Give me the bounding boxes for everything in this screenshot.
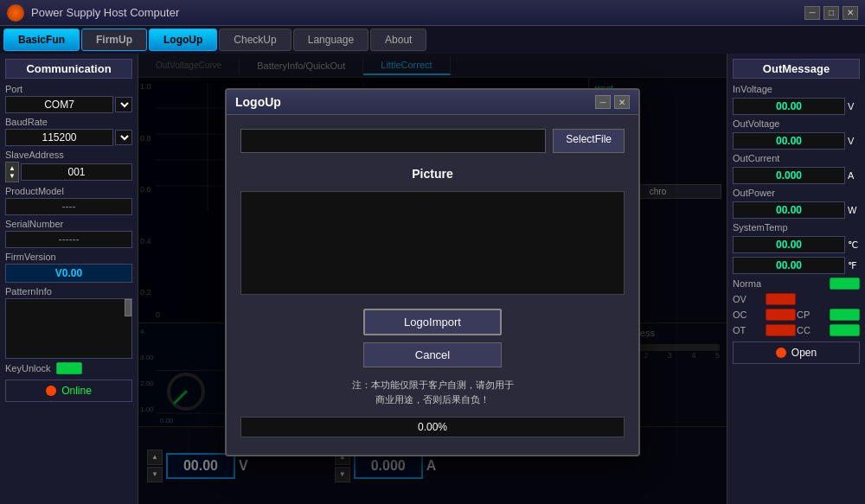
minimize-button[interactable]: ─	[804, 6, 820, 20]
out-voltage-label: OutVoltage	[733, 118, 793, 129]
title-bar: Power Supply Host Computer ─ □ ✕	[0, 0, 865, 26]
slave-address-label: SlaveAddress	[5, 150, 132, 160]
right-sidebar: OutMessage InVoltage 00.00 V OutVoltage …	[727, 54, 865, 504]
online-label: Online	[61, 385, 92, 397]
out-power-row: OutPower	[733, 188, 860, 198]
tab-basicfun[interactable]: BasicFun	[3, 29, 80, 51]
oc-label: OC	[733, 309, 763, 320]
right-sidebar-title: OutMessage	[733, 59, 860, 79]
modal-close-btn[interactable]: ✕	[614, 95, 630, 109]
oc-cp-row: OC CP	[733, 309, 860, 321]
online-button[interactable]: Online	[5, 380, 132, 402]
open-label: Open	[791, 347, 817, 359]
system-temp-unit: ℃	[848, 239, 860, 251]
open-button[interactable]: Open	[733, 341, 860, 364]
cp-led	[830, 309, 860, 321]
out-voltage-unit: V	[848, 136, 860, 146]
out-current-unit: A	[848, 170, 860, 181]
modal-overlay: LogoUp ─ ✕ SelectFile Picture LogoImport	[138, 54, 727, 504]
baudrate-value: 115200	[5, 129, 113, 146]
system-temp-label: SystemTemp	[733, 222, 793, 233]
pattern-info-label: PatternInfo	[5, 286, 132, 297]
baudrate-select[interactable]	[115, 130, 132, 145]
modal-title: LogoUp	[235, 95, 281, 109]
modal-minimize-btn[interactable]: ─	[595, 95, 611, 109]
picture-label: Picture	[240, 167, 625, 181]
in-voltage-unit: V	[848, 101, 860, 112]
baudrate-label: BaudRate	[5, 117, 132, 127]
key-unlock-led	[56, 362, 82, 374]
open-indicator	[776, 348, 786, 358]
product-model-label: ProductModel	[5, 186, 132, 196]
system-temp-row: SystemTemp	[733, 222, 860, 233]
modal-controls: ─ ✕	[595, 95, 630, 109]
cc-label: CC	[797, 325, 827, 335]
firm-version-value: V0.00	[5, 264, 132, 283]
tab-language[interactable]: Language	[293, 29, 368, 51]
system-temp-f-value: 00.00	[733, 257, 845, 274]
modal-body: SelectFile Picture LogoImport Cancel 注：本…	[227, 115, 638, 455]
tab-logoup[interactable]: LogoUp	[149, 29, 217, 51]
norma-row: Norma	[733, 278, 860, 290]
in-voltage-value: 00.00	[733, 98, 845, 115]
cp-label: CP	[797, 309, 827, 320]
modal-buttons: LogoImport Cancel	[240, 309, 625, 367]
port-select[interactable]	[115, 97, 132, 112]
out-power-label: OutPower	[733, 188, 793, 198]
out-current-label: OutCurrent	[733, 153, 793, 163]
out-voltage-value-row: 00.00 V	[733, 132, 860, 150]
system-temp-value: 00.00	[733, 236, 845, 253]
out-voltage-row: OutVoltage	[733, 118, 860, 129]
ot-cc-row: OT CC	[733, 324, 860, 336]
maximize-button[interactable]: □	[823, 6, 839, 20]
firm-version-label: FirmVersion	[5, 252, 132, 262]
system-temp-f-row: 00.00 ℉	[733, 257, 860, 274]
ov-cp-row: OV	[733, 293, 860, 305]
progress-text: 0.00%	[418, 421, 447, 433]
main-layout: Communication Port COM7 BaudRate 115200 …	[0, 54, 865, 504]
tab-about[interactable]: About	[370, 29, 426, 51]
sidebar-title: Communication	[5, 59, 132, 79]
serial-number-value: ------	[5, 231, 132, 248]
norma-label: Norma	[733, 278, 763, 289]
tab-checkup[interactable]: CheckUp	[219, 29, 291, 51]
out-power-value-row: 00.00 W	[733, 201, 860, 219]
notice-text: 注：本功能仅限于客户自测，请勿用于商业用途，否则后果自负！	[240, 378, 625, 406]
in-voltage-label: InVoltage	[733, 84, 793, 94]
progress-bar: 0.00%	[240, 417, 625, 437]
online-indicator	[46, 386, 56, 396]
file-path-input[interactable]	[240, 129, 546, 153]
ot-led	[766, 324, 796, 336]
center-area: OutVoltageCurve BatteryInfo/QuickOut Lit…	[138, 54, 727, 504]
out-power-value: 00.00	[733, 201, 845, 219]
norma-led	[830, 278, 860, 290]
cc-led	[830, 324, 860, 336]
port-label: Port	[5, 84, 132, 94]
left-sidebar: Communication Port COM7 BaudRate 115200 …	[0, 54, 138, 504]
app-title: Power Supply Host Computer	[31, 6, 804, 19]
logo-import-button[interactable]: LogoImport	[363, 309, 502, 335]
file-select-row: SelectFile	[240, 129, 625, 153]
out-power-unit: W	[848, 205, 860, 215]
app-icon	[7, 4, 24, 22]
pattern-scrollbar[interactable]	[125, 299, 131, 316]
in-voltage-row: InVoltage	[733, 84, 860, 94]
in-voltage-value-row: 00.00 V	[733, 98, 860, 115]
slave-address-value: 001	[21, 163, 132, 181]
nav-bar: BasicFun FirmUp LogoUp CheckUp Language …	[0, 26, 865, 54]
key-unlock-label: KeyUnlock	[5, 363, 51, 373]
slave-address-stepper[interactable]: ▲▼	[5, 162, 19, 182]
out-voltage-value: 00.00	[733, 132, 845, 150]
oc-led	[766, 309, 796, 321]
select-file-button[interactable]: SelectFile	[553, 129, 625, 153]
tab-firmup[interactable]: FirmUp	[81, 29, 147, 51]
pattern-info-box	[5, 298, 132, 359]
port-value: COM7	[5, 96, 113, 113]
window-controls: ─ □ ✕	[804, 6, 858, 20]
out-current-value-row: 0.000 A	[733, 167, 860, 184]
cancel-button[interactable]: Cancel	[363, 342, 502, 367]
ov-label: OV	[733, 294, 763, 304]
system-temp-value-row: 00.00 ℃	[733, 236, 860, 253]
modal-titlebar: LogoUp ─ ✕	[227, 90, 638, 115]
close-button[interactable]: ✕	[843, 6, 858, 20]
